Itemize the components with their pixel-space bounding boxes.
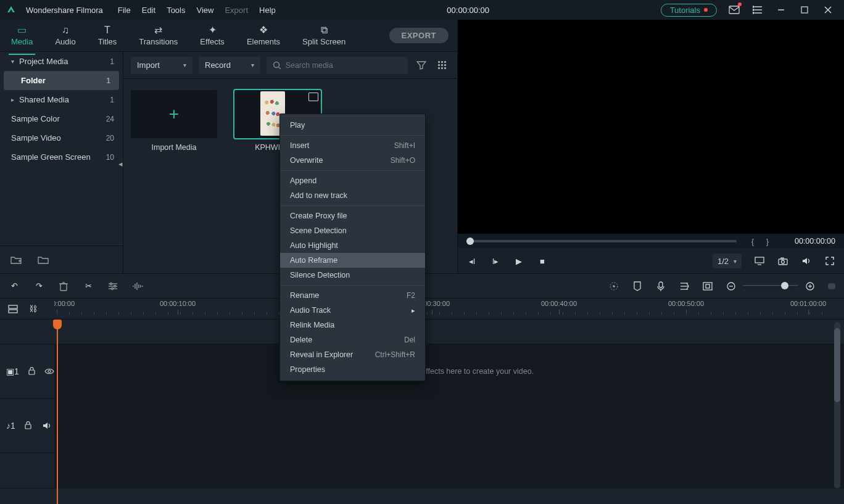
playhead[interactable] — [57, 320, 58, 504]
stop-icon[interactable]: ■ — [537, 255, 548, 266]
ctx-rename[interactable]: RenameF2 — [280, 288, 425, 303]
record-dropdown[interactable]: Record▾ — [199, 57, 260, 74]
audio-wave-icon[interactable] — [132, 281, 143, 292]
step-forward-icon[interactable]: I▸ — [490, 255, 501, 266]
preview-quality-dropdown[interactable]: 1/2▾ — [713, 254, 742, 268]
crop-icon[interactable] — [702, 281, 713, 292]
ctx-audio-track[interactable]: Audio Track▸ — [280, 303, 425, 318]
ctx-add-to-new-track[interactable]: Add to new track — [280, 188, 425, 203]
import-dropdown-label: Import — [137, 60, 160, 70]
ctx-append[interactable]: Append — [280, 173, 425, 188]
menu-file[interactable]: File — [118, 6, 131, 15]
tab-transitions[interactable]: ⇄Transitions — [136, 23, 180, 48]
ctx-relink-media[interactable]: Relink Media — [280, 318, 425, 333]
fit-zoom-icon[interactable] — [828, 283, 835, 289]
sidebar-item-sample-color[interactable]: Sample Color24 — [0, 109, 123, 128]
window-close-button[interactable] — [822, 4, 834, 16]
tab-elements[interactable]: ❖Elements — [244, 23, 283, 48]
tutorials-button[interactable]: Tutorials — [661, 4, 717, 17]
preview-quality-label: 1/2 — [718, 257, 729, 266]
menu-help[interactable]: Help — [259, 6, 276, 15]
delete-icon[interactable] — [58, 281, 69, 292]
volume-icon[interactable] — [801, 255, 812, 266]
tab-effects[interactable]: ✦Effects — [197, 23, 227, 48]
tab-split-screen[interactable]: ⧉Split Screen — [300, 23, 348, 48]
zoom-out-icon[interactable] — [726, 281, 737, 292]
import-dropdown[interactable]: Import▾ — [131, 57, 192, 74]
eye-icon[interactable] — [44, 366, 54, 377]
svg-line-14 — [279, 67, 281, 69]
undo-icon[interactable]: ↶ — [9, 281, 20, 292]
ctx-insert[interactable]: InsertShift+I — [280, 138, 425, 153]
audio-track-1[interactable]: ♪1 — [0, 399, 844, 453]
ctx-scene-detection[interactable]: Scene Detection — [280, 223, 425, 238]
ctx-silence-detection[interactable]: Silence Detection — [280, 268, 425, 283]
ctx-play[interactable]: Play — [280, 118, 425, 133]
menu-edit[interactable]: Edit — [142, 6, 155, 15]
search-input[interactable] — [267, 57, 408, 74]
ctx-delete[interactable]: DeleteDel — [280, 333, 425, 347]
window-minimize-button[interactable] — [775, 4, 787, 16]
display-icon[interactable] — [754, 255, 765, 266]
ctx-create-proxy-file[interactable]: Create Proxy file — [280, 209, 425, 223]
voiceover-mic-icon[interactable] — [655, 281, 666, 292]
svg-rect-19 — [441, 64, 443, 66]
lock-icon[interactable] — [27, 366, 37, 377]
svg-rect-50 — [703, 283, 712, 290]
svg-rect-0 — [729, 6, 739, 14]
ctx-overwrite[interactable]: OverwriteShift+O — [280, 153, 425, 168]
redo-icon[interactable]: ↷ — [33, 281, 44, 292]
filter-icon[interactable] — [414, 58, 429, 73]
marker-shield-icon[interactable] — [632, 281, 643, 292]
sidebar-item-folder[interactable]: Folder1 — [4, 71, 119, 90]
mail-icon[interactable] — [728, 4, 740, 16]
titles-tab-icon: T — [104, 25, 110, 36]
fullscreen-icon[interactable] — [824, 255, 835, 266]
folder-icon[interactable] — [36, 252, 51, 267]
render-icon[interactable] — [608, 281, 619, 292]
preview-canvas[interactable] — [458, 20, 844, 234]
mixer-icon[interactable] — [679, 281, 690, 292]
sidebar-item-sample-video[interactable]: Sample Video20 — [0, 128, 123, 147]
grid-view-icon[interactable] — [435, 58, 450, 73]
svg-point-60 — [48, 370, 51, 373]
search-field[interactable] — [286, 61, 402, 70]
link-icon[interactable]: ⛓ — [27, 304, 38, 315]
shortcut-label: Shift+O — [391, 156, 415, 165]
new-folder-icon[interactable] — [9, 252, 23, 267]
menu-tools[interactable]: Tools — [167, 6, 185, 15]
timeline-scrollbar[interactable] — [834, 322, 840, 489]
play-icon[interactable]: ▶ — [513, 255, 524, 266]
sidebar-item-sample-green-screen[interactable]: Sample Green Screen10 — [0, 147, 123, 167]
ctx-auto-reframe[interactable]: Auto Reframe — [280, 253, 425, 268]
tab-audio[interactable]: ♫Audio — [52, 23, 78, 48]
window-maximize-button[interactable] — [798, 4, 811, 16]
tab-titles[interactable]: TTitles — [96, 23, 120, 48]
sidebar-item-shared-media[interactable]: ▸Shared Media1 — [0, 90, 123, 109]
workspace-tabs: ▭Media♫AudioTTitles⇄Transitions✦Effects❖… — [0, 20, 457, 52]
svg-point-5 — [753, 9, 754, 10]
extra-track[interactable] — [0, 453, 844, 489]
ctx-auto-highlight[interactable]: Auto Highlight — [280, 238, 425, 253]
import-media-tile[interactable]: + Import Media — [131, 90, 217, 152]
timeline-ruler[interactable]: 00:00:00:0000:00:10:0000:00:30:0000:00:4… — [54, 299, 844, 319]
menu-view[interactable]: View — [196, 6, 213, 15]
timeline-tracks-icon[interactable] — [7, 304, 19, 315]
lock-icon[interactable] — [23, 420, 34, 431]
svg-rect-22 — [441, 67, 443, 69]
step-back-icon[interactable]: ◂I — [466, 255, 478, 266]
split-icon[interactable]: ✂ — [83, 281, 94, 292]
zoom-in-icon[interactable] — [805, 281, 816, 292]
volume-icon[interactable] — [41, 420, 52, 431]
ctx-properties[interactable]: Properties — [280, 362, 425, 377]
menu-export: Export — [225, 6, 248, 15]
export-button[interactable]: EXPORT — [389, 28, 449, 43]
ctx-reveal-in-explorer[interactable]: Reveal in ExplorerCtrl+Shift+R — [280, 347, 425, 362]
tasklist-icon[interactable] — [751, 4, 764, 16]
timeline-zoom-slider[interactable] — [726, 281, 816, 292]
tab-media[interactable]: ▭Media — [9, 23, 35, 48]
adjust-icon[interactable] — [107, 281, 118, 292]
scrub-bar[interactable] — [466, 240, 737, 242]
preview-scrubber[interactable]: { } 00:00:00:00 — [458, 234, 844, 249]
snapshot-icon[interactable] — [777, 255, 788, 266]
